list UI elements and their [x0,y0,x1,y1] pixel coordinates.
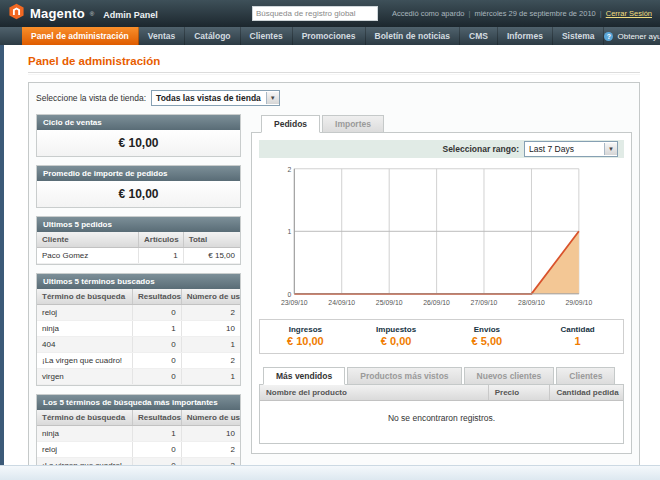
logged-in-as: Accedió como apardo [392,9,465,18]
last-orders-table: Cliente Artículos Total Paco Gomez 1 € 1… [37,232,240,264]
avg-order-value: € 10,00 [37,181,240,207]
col-header: Cantidad pedida [550,385,623,400]
nav-item-sistema[interactable]: Sistema [553,27,605,45]
col-header: Nombre del producto [260,385,489,400]
nav-item-promociones[interactable]: Promociones [293,27,366,45]
magento-logo: Magento® Admin Panel [8,3,158,24]
table-row[interactable]: ¡La virgen que cuadro! 0 2 [37,353,240,369]
global-search-input[interactable] [252,6,378,21]
nav-item-informes[interactable]: Informes [498,27,553,45]
col-header: Resultados [132,410,181,426]
page-footer [0,465,660,480]
last-orders-title: Ultimos 5 pedidos [37,217,240,232]
tab-pedidos[interactable]: Pedidos [261,115,320,133]
col-header: Precio [489,385,551,400]
table-row[interactable]: virgen 0 1 [37,369,240,385]
page-title: Panel de administración [28,55,640,67]
products-grid: Nombre del producto Precio Cantidad pedi… [259,384,624,444]
total-cantidad: Cantidad 1 [532,325,623,347]
sales-cycle-box: Ciclo de ventas € 10,00 [36,114,241,157]
logo-trademark: ® [90,11,94,17]
title-divider [28,72,640,75]
x-tick: 24/09/10 [328,299,355,306]
nav-item-cms[interactable]: CMS [460,27,498,45]
logout-link[interactable]: Cerrar Sesión [606,9,652,18]
help-icon: ? [604,32,613,41]
table-row[interactable]: Paco Gomez 1 € 15,00 [37,248,240,264]
left-column: Ciclo de ventas € 10,00 Promedio de impo… [36,114,241,466]
nav-item-dashboard[interactable]: Panel de administración [22,27,139,45]
nav-item-ventas[interactable]: Ventas [139,27,185,45]
sales-cycle-value: € 10,00 [37,130,240,156]
col-header: Resultados [132,289,181,305]
top-search-terms-title: Los 5 términos de búsqueda más important… [37,395,240,410]
total-envios: Envíos € 5,00 [442,325,533,347]
avg-order-title: Promedio de importe de pedidos [37,166,240,181]
table-row[interactable]: reloj 0 2 [37,305,240,321]
col-header: Término de búsqueda [37,289,132,305]
range-value: Last 7 Days [529,144,574,154]
store-view-select[interactable]: Todas las vistas de tienda ▼ [151,90,280,106]
range-bar: Seleccionar rango: Last 7 Days ▼ [259,140,624,158]
total-impuestos: Impuestos € 0,00 [351,325,442,347]
table-row[interactable]: ninja 1 10 [37,321,240,337]
header-bar: Magento® Admin Panel Accedió como apardo… [0,0,660,27]
help-link-label: Obtener ayuda para esta página [617,32,660,41]
table-row[interactable]: 404 0 1 [37,337,240,353]
tab-nuevos-clientes[interactable]: Nuevos clientes [464,367,555,385]
range-select[interactable]: Last 7 Days ▼ [524,141,618,157]
avg-order-box: Promedio de importe de pedidos € 10,00 [36,165,241,208]
x-tick: 27/09/10 [471,299,498,306]
logo-name: Magento [30,6,85,21]
col-header: Número de usos [181,289,240,305]
last-search-terms-title: Ultimos 5 términos buscados [37,274,240,289]
sales-cycle-title: Ciclo de ventas [37,115,240,130]
x-tick: 25/09/10 [376,299,403,306]
tab-mas-vendidos[interactable]: Más vendidos [263,367,345,385]
col-header: Término de búsqueda [37,410,132,426]
products-grid-header: Nombre del producto Precio Cantidad pedi… [260,385,623,401]
empty-grid-message: No se encontraron registros. [260,401,623,443]
range-label: Seleccionar rango: [442,144,519,154]
dashboard-container: Seleccione la vista de tienda: Todas las… [28,82,640,466]
store-view-value: Todas las vistas de tienda [156,93,261,103]
x-tick: 29/09/10 [566,299,593,306]
nav-item-catalogo[interactable]: Catálogo [185,27,240,45]
magento-admin-window: Magento® Admin Panel Accedió como apardo… [0,0,660,480]
nav-item-boletin[interactable]: Boletín de noticias [366,27,461,45]
x-tick: 23/09/10 [281,299,308,306]
current-date: miércoles 29 de septiembre de 2010 [474,9,595,18]
x-tick: 26/09/10 [423,299,450,306]
tab-importes[interactable]: Importes [322,115,384,133]
col-header: Artículos [139,232,184,248]
y-tick: 1 [288,228,292,235]
orders-amounts-tabs: Pedidos Importes [251,115,632,133]
chevron-down-icon: ▼ [604,143,617,155]
col-header: Total [183,232,240,248]
table-row[interactable]: ninja 1 10 [37,426,240,442]
store-view-bar: Seleccione la vista de tienda: Todas las… [36,90,632,106]
help-link[interactable]: ? Obtener ayuda para esta página [604,27,660,45]
tab-productos-mas-vistos[interactable]: Productos más vistos [347,367,461,385]
left-accent-bar [0,45,4,466]
magento-logo-icon [8,3,25,24]
totals-strip: Ingresos € 10,00 Impuestos € 0,00 Envíos… [259,319,624,354]
x-tick: 28/09/10 [518,299,545,306]
last-orders-box: Ultimos 5 pedidos Cliente Artículos Tota… [36,216,241,265]
last-search-terms-box: Ultimos 5 términos buscados Término de b… [36,273,241,386]
top-search-terms-table: Término de búsqueda Resultados Número de… [37,410,240,466]
table-row[interactable]: reloj 0 2 [37,442,240,458]
store-view-label: Seleccione la vista de tienda: [36,93,146,103]
orders-panel: Seleccionar rango: Last 7 Days ▼ [251,132,632,454]
col-header: Número de usos [181,410,240,426]
products-tabs: Más vendidos Productos más vistos Nuevos… [259,367,624,385]
total-ingresos: Ingresos € 10,00 [260,325,351,347]
y-tick: 0 [288,291,292,298]
main-nav: Panel de administración Ventas Catálogo … [0,27,660,45]
nav-item-clientes[interactable]: Clientes [241,27,293,45]
tab-clientes[interactable]: Clientes [556,367,615,385]
logo-subtitle: Admin Panel [103,7,158,20]
page-content: Panel de administración Seleccione la vi… [0,45,660,466]
col-header: Cliente [37,232,139,248]
last-search-terms-table: Término de búsqueda Resultados Número de… [37,289,240,385]
